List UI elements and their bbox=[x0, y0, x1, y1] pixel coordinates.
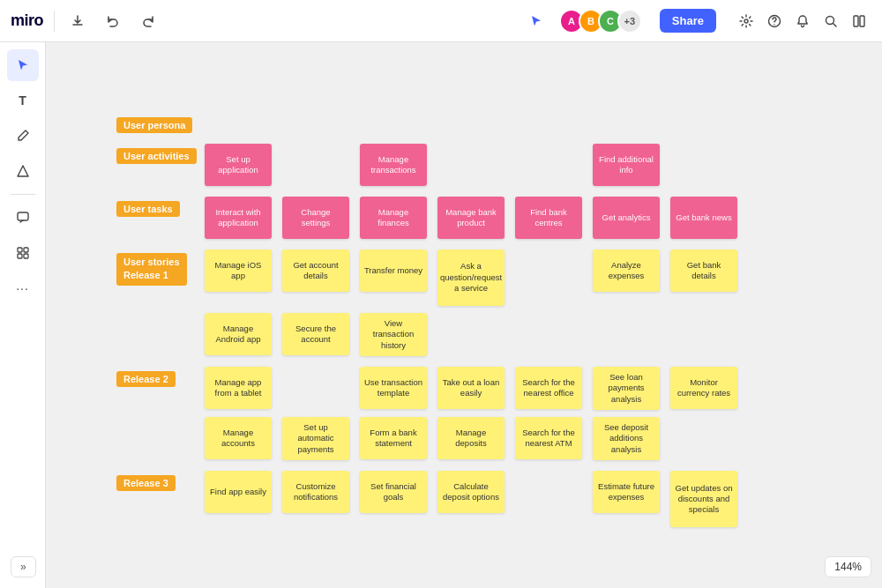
col-3: Ask a question/request a service bbox=[437, 249, 508, 306]
release2-row1: Release 2 Manage app from a tablet Use t… bbox=[116, 367, 741, 410]
r2-manage-accounts[interactable]: Manage accounts bbox=[205, 417, 272, 459]
task-card-interact[interactable]: Interact with application bbox=[205, 197, 272, 239]
col-5: Find additional info bbox=[593, 144, 663, 186]
svg-rect-8 bbox=[24, 248, 28, 252]
col-5: Analyze expenses bbox=[593, 249, 663, 292]
r3-get-updates[interactable]: Get updates on discounts and specials bbox=[670, 471, 737, 527]
help-icon[interactable] bbox=[762, 9, 787, 33]
release3-label: Release 3 bbox=[116, 475, 176, 491]
share-button[interactable]: Share bbox=[660, 9, 716, 33]
user-activities-label-col: User activities bbox=[116, 144, 205, 164]
svg-point-0 bbox=[744, 19, 748, 23]
r2-manage-deposits[interactable]: Manage deposits bbox=[437, 417, 505, 459]
col-4 bbox=[515, 471, 586, 513]
r2-take-out-loan[interactable]: Take out a loan easily bbox=[437, 367, 505, 409]
activity-card-find-additional-info[interactable]: Find additional info bbox=[593, 144, 660, 186]
user-activities-cards: Set up application Manage transactions bbox=[205, 144, 741, 186]
task-card-get-analytics[interactable]: Get analytics bbox=[593, 197, 660, 239]
task-card-change-settings[interactable]: Change settings bbox=[282, 197, 349, 239]
r2-set-up-payments[interactable]: Set up automatic payments bbox=[282, 417, 349, 460]
r2-search-nearest-atm[interactable]: Search for the nearest ATM bbox=[515, 417, 582, 459]
col-0: Manage app from a tablet bbox=[205, 367, 275, 409]
col-3 bbox=[437, 144, 508, 186]
activity-card-manage-transactions[interactable]: Manage transactions bbox=[360, 144, 427, 186]
col-2: Manage finances bbox=[360, 197, 430, 239]
search-icon[interactable] bbox=[818, 9, 843, 33]
task-card-manage-bank-product[interactable]: Manage bank product bbox=[437, 197, 505, 239]
panel-toggle-button[interactable]: » bbox=[11, 556, 36, 577]
col-0: Manage accounts bbox=[205, 417, 275, 459]
r2-monitor-currency[interactable]: Monitor currency rates bbox=[670, 367, 737, 409]
task-card-manage-finances[interactable]: Manage finances bbox=[360, 197, 427, 239]
r3-estimate-expenses[interactable]: Estimate future expenses bbox=[593, 471, 660, 513]
r3-calculate-deposit[interactable]: Calculate deposit options bbox=[437, 471, 505, 513]
user-persona-label-col: User persona bbox=[116, 113, 205, 133]
settings-icon[interactable] bbox=[734, 9, 759, 33]
export-button[interactable] bbox=[65, 9, 90, 33]
r2-search-nearest-office[interactable]: Search for the nearest office bbox=[515, 367, 582, 409]
release1-row2-label-col bbox=[116, 313, 205, 316]
col-4 bbox=[515, 249, 586, 292]
undo-button[interactable] bbox=[101, 9, 125, 33]
nav-icons bbox=[734, 9, 871, 33]
r1-secure-account[interactable]: Secure the account bbox=[282, 313, 349, 355]
r3-find-app[interactable]: Find app easily bbox=[205, 471, 272, 513]
r1-view-transaction-history[interactable]: View transaction history bbox=[360, 313, 427, 356]
activity-card-set-up-app[interactable]: Set up application bbox=[205, 144, 272, 186]
task-card-get-bank-news[interactable]: Get bank news bbox=[670, 197, 737, 239]
r3-set-financial-goals[interactable]: Set financial goals bbox=[360, 471, 427, 513]
r2-see-loan-analysis[interactable]: See loan payments analysis bbox=[593, 367, 660, 410]
pages-icon[interactable] bbox=[847, 9, 871, 33]
comment-tool[interactable] bbox=[7, 202, 39, 234]
pen-tool[interactable] bbox=[7, 120, 39, 152]
release3-row1: Release 3 Find app easily Customize noti… bbox=[116, 471, 741, 527]
col-5: Get analytics bbox=[593, 197, 663, 239]
cursor-mode-icon[interactable] bbox=[524, 9, 549, 33]
col-0: Find app easily bbox=[205, 471, 275, 513]
col-2: Use transaction template bbox=[360, 367, 430, 409]
release2-row2-label-col bbox=[116, 417, 205, 421]
r1-get-account-details[interactable]: Get account details bbox=[282, 249, 349, 292]
more-tools[interactable]: ··· bbox=[7, 272, 39, 304]
col-1: Secure the account bbox=[282, 313, 353, 355]
col-6: Monitor currency rates bbox=[670, 367, 741, 409]
release2-row1-cards: Manage app from a tablet Use transaction… bbox=[205, 367, 741, 410]
r1-manage-android[interactable]: Manage Android app bbox=[205, 313, 272, 355]
release1-row2-cards: Manage Android app Secure the account Vi… bbox=[205, 313, 430, 356]
canvas: User persona User activities Set up appl… bbox=[46, 42, 882, 588]
release1-row2: Manage Android app Secure the account Vi… bbox=[116, 313, 741, 356]
r3-customize-notifications[interactable]: Customize notifications bbox=[282, 471, 349, 513]
r1-get-bank-details[interactable]: Get bank details bbox=[670, 249, 737, 292]
col-2: View transaction history bbox=[360, 313, 430, 356]
r1-transfer-money[interactable]: Transfer money bbox=[360, 249, 427, 292]
col-3: Calculate deposit options bbox=[437, 471, 508, 513]
col-6: Get bank news bbox=[670, 197, 741, 239]
redo-button[interactable] bbox=[136, 9, 161, 33]
r2-form-bank-statement[interactable]: Form a bank statement bbox=[360, 417, 427, 459]
notifications-icon[interactable] bbox=[790, 9, 815, 33]
r1-analyze-expenses[interactable]: Analyze expenses bbox=[593, 249, 660, 292]
r2-see-deposit-analysis[interactable]: See deposit additions analysis bbox=[593, 417, 660, 460]
user-activities-label: User activities bbox=[116, 148, 197, 164]
text-tool[interactable]: T bbox=[7, 85, 39, 116]
col-1: Get account details bbox=[282, 249, 353, 292]
r1-ask-question[interactable]: Ask a question/request a service bbox=[437, 249, 505, 306]
user-persona-row: User persona bbox=[116, 113, 741, 133]
grid-tool[interactable] bbox=[7, 237, 39, 269]
r1-manage-ios[interactable]: Manage iOS app bbox=[205, 249, 272, 292]
select-tool[interactable] bbox=[7, 49, 39, 81]
col-1: Change settings bbox=[282, 197, 353, 239]
task-card-find-bank-centres[interactable]: Find bank centres bbox=[515, 197, 582, 239]
release2-row2: Manage accounts Set up automatic payment… bbox=[116, 417, 741, 460]
shape-tool[interactable] bbox=[7, 155, 39, 187]
toolbar-separator bbox=[11, 194, 35, 195]
col-1: Set up automatic payments bbox=[282, 417, 353, 460]
release1-row1: User stories Release 1 Manage iOS app Ge… bbox=[116, 249, 741, 306]
r2-manage-app-tablet[interactable]: Manage app from a tablet bbox=[205, 367, 272, 409]
r2-use-transaction-template[interactable]: Use transaction template bbox=[360, 367, 427, 409]
logo: miro bbox=[11, 11, 43, 30]
svg-point-2 bbox=[774, 24, 774, 25]
col-4 bbox=[515, 144, 586, 186]
user-activities-row: User activities Set up application Manag… bbox=[116, 144, 741, 186]
svg-rect-10 bbox=[24, 254, 28, 258]
